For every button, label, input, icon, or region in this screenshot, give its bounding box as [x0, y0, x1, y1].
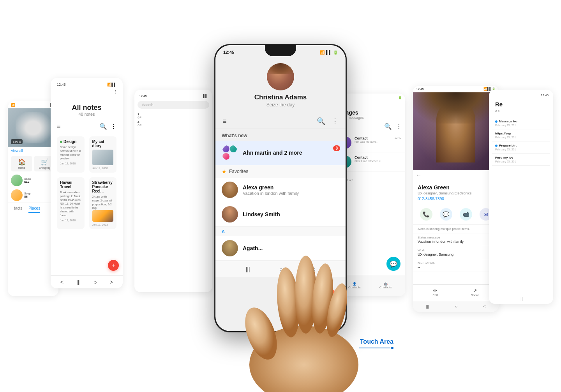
phone-search-icon[interactable]: 🔍: [317, 117, 325, 125]
card-far-right: 12:45 Re 2 o Message fro February 25, 20…: [489, 90, 553, 304]
contact-item-lindsey[interactable]: Lindsey Smith: [215, 202, 346, 227]
touch-area-text: Touch Area: [360, 338, 393, 345]
notes-icons: 📶▌▌: [107, 83, 116, 87]
msg-ov-more-icon[interactable]: ⋮: [396, 123, 402, 130]
contact-detail-phone[interactable]: 012-3456-7890: [418, 197, 494, 201]
note-date-pancake: Jan 12, 2013: [92, 223, 114, 226]
note-text-hawaii: Book a vacation package to Maui. 08/10 1…: [60, 191, 81, 217]
note-item-cat[interactable]: My cat diary Jan 12, 2018: [89, 136, 117, 173]
fr-dot-3: [495, 145, 497, 147]
notes-nav-home[interactable]: |||: [76, 279, 81, 285]
fl-grid-home[interactable]: 🏠 Home: [11, 156, 32, 171]
notes-nav-forward[interactable]: >: [110, 279, 113, 285]
fr-item-1[interactable]: Message fro February 25, 201: [492, 117, 550, 129]
msg-left-time: 12:45: [139, 94, 147, 98]
fr-time: 12:45: [541, 94, 549, 97]
msg-ov-preview-2: what I had attached e...: [355, 160, 401, 162]
msg-ov-fab[interactable]: 💬: [386, 257, 400, 271]
phone-screen: 12:45 📶 ▌▌ 🔋 Christina Adams Seize the d…: [215, 45, 346, 331]
contact-avatar-ahn: [222, 145, 238, 161]
fr-item-2[interactable]: https://sup February 25, 201: [492, 129, 550, 141]
dob-value: --: [418, 265, 494, 269]
notes-fab[interactable]: +: [108, 260, 119, 271]
message-button[interactable]: 💬: [440, 208, 452, 221]
phone-nav-back[interactable]: <: [312, 266, 315, 272]
fl-tab-contacts[interactable]: tacts: [14, 205, 22, 213]
note-item-pancake[interactable]: Strawberry Pancake Reci... 2 cups white …: [89, 177, 117, 229]
contact-sharing-note: Alexa is sharing multiple profile items.: [413, 225, 499, 233]
whats-new-section: What's new: [215, 129, 346, 141]
contact-avatar-alexa: [222, 182, 238, 198]
notes-menu-icon[interactable]: ≡: [57, 123, 60, 130]
note-item-design[interactable]: Design Some design notes text here in mu…: [57, 136, 85, 173]
touch-area-line: [359, 348, 390, 348]
phone-bottom-nav: ||| ○ <: [215, 261, 346, 277]
fr-nav: |||: [489, 297, 553, 301]
contact-badge-ahn: 8: [333, 145, 340, 151]
edit-label: Edit: [432, 293, 438, 297]
fl-tab-places[interactable]: Places: [28, 205, 40, 213]
msg-ov-name-1: Contact: [355, 136, 394, 140]
notes-nav-back[interactable]: <: [60, 279, 64, 285]
msg-ov-tab-chatbots[interactable]: 🤖 Chatbots: [379, 282, 392, 289]
contact-detail-nav: ← ⋮: [413, 170, 499, 180]
video-button[interactable]: 📹: [460, 208, 472, 221]
fl-food-img-1: [11, 175, 23, 186]
fl-home-label: Home: [13, 166, 30, 169]
fr-item-date-3: February 25, 201: [495, 148, 547, 151]
contact-item-agatha[interactable]: Agath...: [215, 236, 346, 261]
fr-item-title-2: https://sup: [495, 132, 547, 135]
phone-profile-name: Christina Adams: [223, 94, 338, 101]
edit-button[interactable]: ✏ Edit: [432, 288, 438, 297]
phone-fab[interactable]: +: [321, 289, 338, 306]
msg-date-1: 1: [138, 113, 139, 116]
card-contact-detail: 12:45 📶▌▌🔋 ← ⋮ Alexa Green ★ UX designer…: [413, 86, 499, 312]
phone-time: 12:45: [223, 50, 234, 55]
phone-profile-section: Christina Adams Seize the day: [215, 59, 346, 114]
phone-app-toolbar: ≡ 🔍 ⋮: [215, 114, 346, 129]
call-button[interactable]: 📞: [420, 208, 432, 221]
phone-nav-menu[interactable]: |||: [246, 266, 250, 272]
note-item-hawaii[interactable]: Hawaii Travel Book a vacation package to…: [57, 177, 85, 229]
contact-detail-role: UX designer, Samsung Electronics: [418, 191, 494, 195]
fr-item-title-3: Prepare birt: [495, 144, 547, 147]
msg-ov-search-icon[interactable]: 🔍: [384, 123, 392, 130]
fr-dot-1: [495, 120, 497, 123]
msg-left-status: 12:45 ▌▌: [138, 93, 209, 99]
share-button[interactable]: ↗ Share: [471, 288, 479, 297]
note-image-cat: [92, 150, 114, 165]
contact-nav-home[interactable]: ○: [455, 304, 457, 309]
notes-time: 12:45: [57, 83, 66, 87]
contact-item-alexa[interactable]: Alexa green Vacation in london with fami…: [215, 178, 346, 202]
note-date-cat: Jan 12, 2018: [92, 167, 114, 170]
notes-count: 48 notes: [57, 112, 116, 117]
phone-notch: [265, 45, 296, 56]
contact-name-lindsey: Lindsey Smith: [243, 211, 339, 217]
contact-nav-back[interactable]: <: [483, 304, 486, 309]
notes-title: All notes: [57, 104, 116, 112]
msg-date-4: 4: [138, 120, 139, 124]
phone-nav-home[interactable]: ○: [279, 266, 282, 272]
phone-body: 12:45 📶 ▌▌ 🔋 Christina Adams Seize the d…: [214, 44, 347, 332]
contact-detail-status: 12:45 📶▌▌🔋: [413, 86, 499, 92]
chat-bubble-icon: 💬: [390, 260, 397, 268]
contact-item-ahn[interactable]: Ahn martin and 2 more 8: [215, 141, 346, 165]
notes-search-icon[interactable]: 🔍: [99, 123, 107, 130]
whats-new-label: What's new: [222, 133, 247, 138]
notes-options-icon[interactable]: ⋮: [110, 123, 116, 130]
phone-more-icon[interactable]: ⋮: [332, 117, 339, 125]
phone-menu-icon[interactable]: ≡: [222, 117, 227, 125]
fr-item-3[interactable]: Prepare birt February 25, 201: [492, 141, 550, 154]
dob-label: Date of birth: [418, 261, 494, 265]
notes-nav-menu[interactable]: ○: [94, 279, 97, 285]
chatbots-icon: 🤖: [379, 282, 392, 286]
fr-nav-menu[interactable]: |||: [520, 297, 523, 301]
notes-more-icon[interactable]: ⋮: [113, 89, 118, 95]
note-text-design: Some design notes text here in multiple …: [60, 145, 81, 161]
contact-detail-back-icon[interactable]: ←: [416, 172, 422, 178]
msg-left-search[interactable]: Search: [138, 101, 209, 109]
fr-item-4[interactable]: Feed my lov February 25, 201: [492, 154, 550, 166]
notes-status-bar: 12:45 📶▌▌: [54, 81, 120, 88]
share-icon: ↗: [471, 288, 479, 293]
contact-nav-menu[interactable]: |||: [426, 304, 429, 309]
